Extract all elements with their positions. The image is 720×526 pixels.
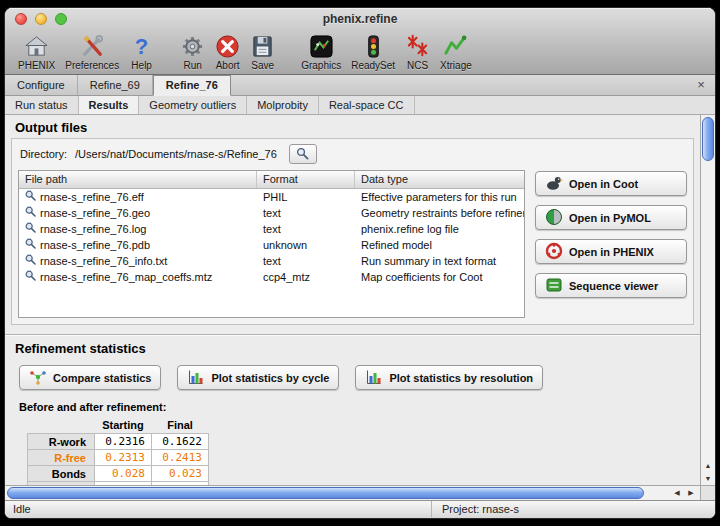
tab-results[interactable]: Results [79,96,140,114]
toolbar-button-run[interactable]: Run [175,33,210,71]
stat-starting-value: 0.2313 [95,450,152,466]
button-label: Sequence viewer [569,280,658,292]
abort-icon [215,33,240,59]
file-name: rnase-s_refine_76_info.txt [40,253,167,269]
directory-search-button[interactable] [289,144,317,164]
sequence-viewer-icon [545,276,563,296]
stats-empty-header [28,418,95,434]
toolbar-button-readyset[interactable]: ReadySet [346,33,400,71]
vertical-scrollbar-thumb[interactable] [702,117,714,161]
status-bar: Idle Project: rnase-s [5,500,715,518]
tab-geometry-outliers[interactable]: Geometry outliers [139,96,247,114]
file-data-type: Refined model [355,237,524,253]
table-row[interactable]: rnase-s_refine_76_info.txt text Run summ… [19,253,524,269]
compare-statistics-button[interactable]: Compare statistics [19,365,161,390]
horizontal-scrollbar[interactable]: ◀ ▶ [5,485,700,500]
stat-starting-value: 0.2316 [95,434,152,450]
toolbar-button-ncs[interactable]: NCS [400,33,435,71]
titlebar[interactable]: phenix.refine [5,8,715,30]
results-panel: Output files Directory: /Users/nat/Docum… [5,115,715,500]
file-format: unknown [257,237,355,253]
scroll-up-arrow-icon[interactable]: ▲ [701,459,715,472]
file-name: rnase-s_refine_76.pdb [40,237,150,253]
window-chrome: phenix.refine PHENIX [5,8,715,75]
toolbar-label: PHENIX [18,60,55,71]
toolbar-button-preferences[interactable]: Preferences [60,33,124,71]
tab-run-status[interactable]: Run status [5,96,79,114]
directory-path: /Users/nat/Documents/rnase-s/Refine_76 [75,148,277,160]
stats-row-r-work: R-work 0.2316 0.1622 [28,434,209,450]
table-header-row: File path Format Data type [19,171,524,189]
open-in-coot-button[interactable]: Open in Coot [535,171,687,196]
file-format: ccp4_mtz [257,269,355,285]
window-title: phenix.refine [5,12,715,26]
section-divider [5,334,700,336]
toolbar-label: Graphics [301,60,341,71]
table-row[interactable]: rnase-s_refine_76.eff PHIL Effective par… [19,189,524,205]
stats-column-final: Final [152,418,209,434]
scroll-right-arrow-icon[interactable]: ▶ [684,486,698,500]
toolbar-button-save[interactable]: Save [245,33,280,71]
sub-tab-bar: Run status Results Geometry outliers Mol… [5,96,715,115]
file-name: rnase-s_refine_76.geo [40,205,150,221]
magnifier-icon [25,269,36,285]
toolbar-button-graphics[interactable]: Graphics [296,33,346,71]
toolbar-button-phenix[interactable]: PHENIX [13,33,60,71]
toolbar-button-help[interactable]: ? Help [124,33,159,71]
vertical-scrollbar[interactable]: ▲ ▼ [700,115,715,485]
column-header-data-type[interactable]: Data type [355,171,524,188]
run-gear-icon [180,33,205,59]
open-in-pymol-button[interactable]: Open in PyMOL [535,205,687,230]
column-header-file-path[interactable]: File path [19,171,257,188]
file-name: rnase-s_refine_76_map_coeffs.mtz [40,269,212,285]
button-label: Plot statistics by resolution [389,372,533,384]
phenix-viewer-icon [545,242,563,262]
tab-close-icon[interactable]: × [693,77,709,92]
toolbar-button-xtriage[interactable]: Xtriage [435,33,477,71]
magnifier-icon [25,205,36,221]
statistics-buttons-row: Compare statistics Plot statistics by cy… [19,365,700,390]
toolbar: PHENIX Preferences ? Help [5,30,715,74]
table-row[interactable]: rnase-s_refine_76.geo text Geometry rest… [19,205,524,221]
phenix-refine-window: phenix.refine PHENIX [4,7,716,519]
table-row[interactable]: rnase-s_refine_76_map_coeffs.mtz ccp4_mt… [19,269,524,285]
results-scroll-area: Output files Directory: /Users/nat/Docum… [5,115,700,485]
status-text: Idle [13,501,31,517]
button-label: Open in PyMOL [569,212,651,224]
file-format: text [257,205,355,221]
tab-configure[interactable]: Configure [5,75,78,95]
open-in-phenix-button[interactable]: Open in PHENIX [535,239,687,264]
stats-column-starting: Starting [95,418,152,434]
tab-refine-76[interactable]: Refine_76 [153,75,231,96]
directory-row: Directory: /Users/nat/Documents/rnase-s/… [20,144,687,164]
button-label: Plot statistics by cycle [211,372,329,384]
toolbar-label: Save [251,60,274,71]
column-header-format[interactable]: Format [257,171,355,188]
plot-statistics-by-resolution-button[interactable]: Plot statistics by resolution [355,365,543,390]
scroll-left-arrow-icon[interactable]: ◀ [670,486,684,500]
toolbar-label: NCS [407,60,428,71]
magnifier-icon [25,237,36,253]
sequence-viewer-button[interactable]: Sequence viewer [535,273,687,298]
tab-refine-69[interactable]: Refine_69 [78,75,153,95]
toolbar-label: Help [131,60,152,71]
horizontal-scrollbar-thumb[interactable] [7,487,644,499]
help-icon: ? [129,33,154,59]
scrollbar-corner [700,485,715,500]
output-files-heading: Output files [15,120,700,135]
table-row[interactable]: rnase-s_refine_76.log text phenix.refine… [19,221,524,237]
table-row[interactable]: rnase-s_refine_76.pdb unknown Refined mo… [19,237,524,253]
output-files-area: File path Format Data type rnase-s_refin… [18,170,687,318]
preferences-tools-icon [80,33,105,59]
scroll-down-arrow-icon[interactable]: ▼ [701,472,715,485]
tab-real-space-cc[interactable]: Real-space CC [319,96,415,114]
plot-statistics-by-cycle-button[interactable]: Plot statistics by cycle [177,365,339,390]
toolbar-button-abort[interactable]: Abort [210,33,245,71]
before-after-subheading: Before and after refinement: [19,401,700,413]
file-format: text [257,221,355,237]
button-label: Open in PHENIX [569,246,654,258]
tab-molprobity[interactable]: Molprobity [247,96,319,114]
stat-final-value: 0.023 [152,466,209,482]
file-format: text [257,253,355,269]
toolbar-label: ReadySet [351,60,395,71]
